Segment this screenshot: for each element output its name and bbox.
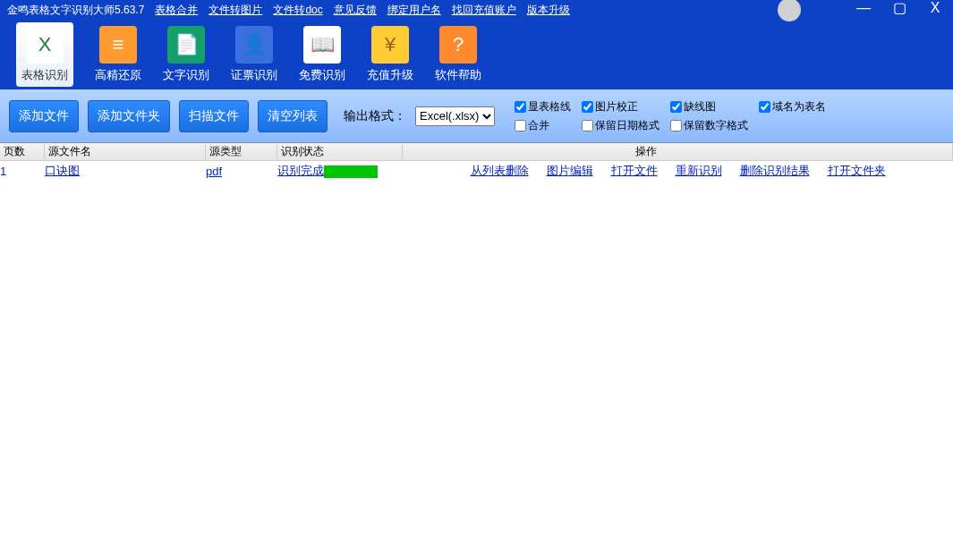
col-ops: 操作 [403,144,953,159]
output-format-select[interactable]: Excel(.xlsx) [415,106,495,126]
tool-icon-5: ¥ [371,26,409,64]
tool-5[interactable]: ¥充值升级 [367,26,413,83]
output-format-label: 输出格式： [344,108,406,124]
top-link-0[interactable]: 表格合并 [155,4,198,16]
scan-button[interactable]: 扫描文件 [179,100,249,132]
tool-0[interactable]: X表格识别 [16,22,73,87]
check-0[interactable]: 显表格线 [515,99,571,115]
clear-button[interactable]: 清空列表 [258,100,328,132]
top-link-3[interactable]: 意见反馈 [334,4,377,16]
check-2[interactable]: 缺线图 [670,99,748,115]
col-file: 源文件名 [45,144,206,159]
op-link-5[interactable]: 打开文件夹 [828,163,886,179]
tool-icon-2: 📄 [167,26,205,64]
row-status-link[interactable]: 识别完成 [277,164,324,177]
tool-icon-4: 📖 [303,26,341,64]
app-title: 金鸣表格文字识别大师5.63.7 [7,3,144,18]
op-link-2[interactable]: 打开文件 [611,163,658,179]
tool-4[interactable]: 📖免费识别 [299,26,345,83]
progress-bar [324,165,378,178]
minimize-button[interactable]: — [846,0,881,20]
add-folder-button[interactable]: 添加文件夹 [88,100,170,132]
tool-icon-1: ≡ [99,26,137,64]
op-link-4[interactable]: 删除识别结果 [740,163,810,179]
tool-icon-0: X [26,26,64,64]
tool-icon-3: 👤 [235,26,273,64]
col-page: 页数 [0,144,45,159]
top-link-2[interactable]: 文件转doc [273,4,322,16]
tool-3[interactable]: 👤证票识别 [231,26,277,83]
avatar[interactable] [778,0,801,21]
col-type: 源类型 [206,144,277,159]
top-link-6[interactable]: 版本升级 [527,4,570,16]
tool-6[interactable]: ?软件帮助 [435,26,481,83]
row-page: 1 [0,165,45,178]
col-status: 识别状态 [277,144,403,159]
top-link-5[interactable]: 找回充值账户 [452,4,516,16]
check-6[interactable]: 保留数字格式 [670,118,748,133]
check-5[interactable]: 保留日期格式 [582,118,659,133]
op-link-1[interactable]: 图片编辑 [547,163,593,179]
op-link-0[interactable]: 从列表删除 [471,163,529,179]
row-file-link[interactable]: 口诀图 [45,164,80,177]
check-3[interactable]: 域名为表名 [759,99,826,115]
maximize-button[interactable]: ▢ [881,0,917,20]
check-1[interactable]: 图片校正 [582,99,659,115]
row-type-link[interactable]: pdf [206,165,222,178]
tool-2[interactable]: 📄文字识别 [163,26,209,83]
tool-icon-6: ? [439,26,477,64]
add-file-button[interactable]: 添加文件 [9,100,79,132]
top-link-4[interactable]: 绑定用户名 [387,4,441,16]
tool-1[interactable]: ≡高精还原 [95,26,141,83]
top-link-1[interactable]: 文件转图片 [208,4,262,16]
op-link-3[interactable]: 重新识别 [676,163,722,179]
check-4[interactable]: 合并 [515,118,571,133]
close-button[interactable]: X [917,0,953,20]
